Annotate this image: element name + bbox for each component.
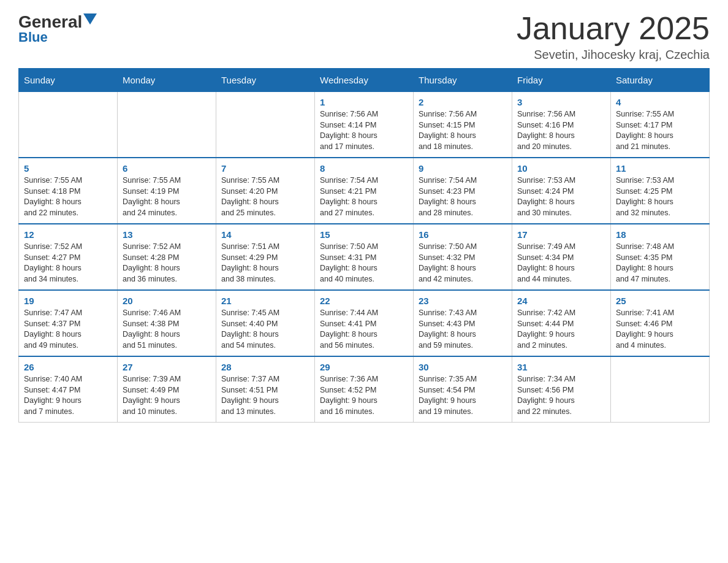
day-info: Sunrise: 7:56 AM Sunset: 4:14 PM Dayligh… [320,109,408,152]
day-number: 2 [419,97,507,107]
calendar-day-cell: 11Sunrise: 7:53 AM Sunset: 4:25 PM Dayli… [611,158,710,224]
day-info: Sunrise: 7:41 AM Sunset: 4:46 PM Dayligh… [616,308,704,351]
day-info: Sunrise: 7:50 AM Sunset: 4:31 PM Dayligh… [320,242,408,285]
calendar-day-cell: 28Sunrise: 7:37 AM Sunset: 4:51 PM Dayli… [216,356,315,423]
day-number: 4 [616,97,704,107]
day-number: 3 [517,97,605,107]
calendar-day-cell: 1Sunrise: 7:56 AM Sunset: 4:14 PM Daylig… [315,92,414,158]
day-number: 22 [320,296,408,306]
calendar-day-cell: 3Sunrise: 7:56 AM Sunset: 4:16 PM Daylig… [512,92,611,158]
calendar-day-cell: 16Sunrise: 7:50 AM Sunset: 4:32 PM Dayli… [414,224,512,290]
calendar-day-cell: 15Sunrise: 7:50 AM Sunset: 4:31 PM Dayli… [315,224,414,290]
day-info: Sunrise: 7:54 AM Sunset: 4:21 PM Dayligh… [320,175,408,218]
month-title: January 2025 [517,12,710,44]
calendar-week-row: 5Sunrise: 7:55 AM Sunset: 4:18 PM Daylig… [19,158,710,224]
calendar-header-tuesday: Tuesday [216,69,315,92]
day-info: Sunrise: 7:55 AM Sunset: 4:20 PM Dayligh… [221,175,309,218]
calendar-day-cell: 24Sunrise: 7:42 AM Sunset: 4:44 PM Dayli… [512,290,611,356]
day-number: 30 [419,362,507,372]
calendar-day-cell: 31Sunrise: 7:34 AM Sunset: 4:56 PM Dayli… [512,356,611,423]
calendar-day-cell: 29Sunrise: 7:36 AM Sunset: 4:52 PM Dayli… [315,356,414,423]
calendar-day-cell: 4Sunrise: 7:55 AM Sunset: 4:17 PM Daylig… [611,92,710,158]
day-number: 18 [616,229,704,240]
calendar-day-cell: 18Sunrise: 7:48 AM Sunset: 4:35 PM Dayli… [611,224,710,290]
day-number: 29 [320,362,408,372]
day-number: 16 [419,229,507,240]
day-info: Sunrise: 7:34 AM Sunset: 4:56 PM Dayligh… [517,374,605,417]
day-info: Sunrise: 7:52 AM Sunset: 4:28 PM Dayligh… [123,242,211,285]
title-block: January 2025 Sevetin, Jihocesky kraj, Cz… [517,12,710,62]
day-info: Sunrise: 7:55 AM Sunset: 4:19 PM Dayligh… [123,175,211,218]
calendar-header-saturday: Saturday [611,69,710,92]
day-number: 28 [221,362,309,372]
calendar-day-cell: 26Sunrise: 7:40 AM Sunset: 4:47 PM Dayli… [19,356,118,423]
day-info: Sunrise: 7:49 AM Sunset: 4:34 PM Dayligh… [517,242,605,285]
calendar-week-row: 12Sunrise: 7:52 AM Sunset: 4:27 PM Dayli… [19,224,710,290]
calendar-day-cell [118,92,216,158]
day-number: 24 [517,296,605,306]
day-info: Sunrise: 7:44 AM Sunset: 4:41 PM Dayligh… [320,308,408,351]
logo: General Blue [18,12,97,45]
calendar-header-friday: Friday [512,69,611,92]
calendar-week-row: 1Sunrise: 7:56 AM Sunset: 4:14 PM Daylig… [19,92,710,158]
day-number: 11 [616,163,704,174]
calendar-day-cell: 10Sunrise: 7:53 AM Sunset: 4:24 PM Dayli… [512,158,611,224]
day-info: Sunrise: 7:47 AM Sunset: 4:37 PM Dayligh… [24,308,112,351]
day-number: 25 [616,296,704,306]
calendar-header-sunday: Sunday [19,69,118,92]
calendar-day-cell: 5Sunrise: 7:55 AM Sunset: 4:18 PM Daylig… [19,158,118,224]
logo-triangle-icon [83,13,97,27]
calendar-day-cell: 19Sunrise: 7:47 AM Sunset: 4:37 PM Dayli… [19,290,118,356]
calendar-day-cell: 13Sunrise: 7:52 AM Sunset: 4:28 PM Dayli… [118,224,216,290]
day-info: Sunrise: 7:53 AM Sunset: 4:24 PM Dayligh… [517,175,605,218]
day-number: 6 [123,163,211,174]
day-info: Sunrise: 7:55 AM Sunset: 4:18 PM Dayligh… [24,175,112,218]
calendar-day-cell: 25Sunrise: 7:41 AM Sunset: 4:46 PM Dayli… [611,290,710,356]
day-number: 12 [24,229,112,240]
calendar-day-cell: 27Sunrise: 7:39 AM Sunset: 4:49 PM Dayli… [118,356,216,423]
logo-blue-text: Blue [18,29,48,45]
calendar-day-cell: 21Sunrise: 7:45 AM Sunset: 4:40 PM Dayli… [216,290,315,356]
day-number: 13 [123,229,211,240]
calendar-day-cell: 14Sunrise: 7:51 AM Sunset: 4:29 PM Dayli… [216,224,315,290]
calendar-day-cell: 17Sunrise: 7:49 AM Sunset: 4:34 PM Dayli… [512,224,611,290]
location-title: Sevetin, Jihocesky kraj, Czechia [517,48,710,62]
day-number: 20 [123,296,211,306]
day-info: Sunrise: 7:35 AM Sunset: 4:54 PM Dayligh… [419,374,507,417]
day-info: Sunrise: 7:54 AM Sunset: 4:23 PM Dayligh… [419,175,507,218]
calendar-header-monday: Monday [118,69,216,92]
day-info: Sunrise: 7:51 AM Sunset: 4:29 PM Dayligh… [221,242,309,285]
calendar-day-cell: 22Sunrise: 7:44 AM Sunset: 4:41 PM Dayli… [315,290,414,356]
calendar-day-cell: 7Sunrise: 7:55 AM Sunset: 4:20 PM Daylig… [216,158,315,224]
svg-marker-0 [83,13,97,25]
day-number: 7 [221,163,309,174]
calendar-day-cell: 23Sunrise: 7:43 AM Sunset: 4:43 PM Dayli… [414,290,512,356]
calendar-header-wednesday: Wednesday [315,69,414,92]
calendar-day-cell [216,92,315,158]
day-info: Sunrise: 7:56 AM Sunset: 4:15 PM Dayligh… [419,109,507,152]
day-number: 8 [320,163,408,174]
day-number: 19 [24,296,112,306]
day-info: Sunrise: 7:52 AM Sunset: 4:27 PM Dayligh… [24,242,112,285]
calendar-day-cell [19,92,118,158]
calendar-header-row: SundayMondayTuesdayWednesdayThursdayFrid… [19,69,710,92]
day-info: Sunrise: 7:55 AM Sunset: 4:17 PM Dayligh… [616,109,704,152]
calendar-week-row: 19Sunrise: 7:47 AM Sunset: 4:37 PM Dayli… [19,290,710,356]
day-number: 15 [320,229,408,240]
day-info: Sunrise: 7:45 AM Sunset: 4:40 PM Dayligh… [221,308,309,351]
day-number: 23 [419,296,507,306]
day-number: 14 [221,229,309,240]
calendar-day-cell: 12Sunrise: 7:52 AM Sunset: 4:27 PM Dayli… [19,224,118,290]
day-number: 31 [517,362,605,372]
calendar-week-row: 26Sunrise: 7:40 AM Sunset: 4:47 PM Dayli… [19,356,710,423]
calendar-table: SundayMondayTuesdayWednesdayThursdayFrid… [18,68,710,423]
day-number: 9 [419,163,507,174]
day-info: Sunrise: 7:40 AM Sunset: 4:47 PM Dayligh… [24,374,112,417]
calendar-day-cell [611,356,710,423]
day-info: Sunrise: 7:36 AM Sunset: 4:52 PM Dayligh… [320,374,408,417]
day-info: Sunrise: 7:50 AM Sunset: 4:32 PM Dayligh… [419,242,507,285]
day-number: 5 [24,163,112,174]
page-header: General Blue January 2025 Sevetin, Jihoc… [18,12,710,62]
day-number: 26 [24,362,112,372]
day-number: 17 [517,229,605,240]
